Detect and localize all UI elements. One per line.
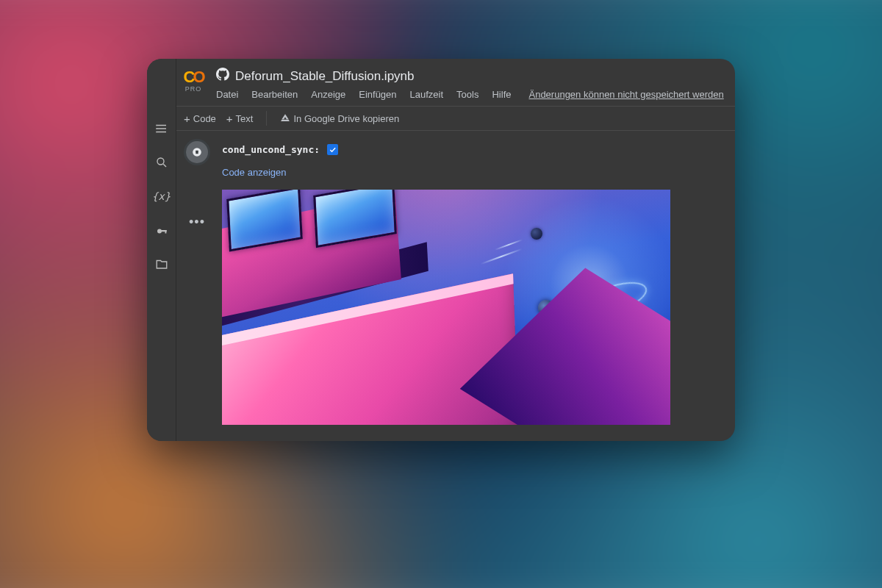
cell: ••• cond_uncond_sync: Code anzeigen — [182, 140, 723, 425]
save-warning[interactable]: Änderungen können nicht gespeichert werd… — [528, 89, 723, 100]
main-area: CO PRO Deforum_Stable_Diffusion.ipynb Da… — [176, 59, 735, 441]
copy-to-drive-button[interactable]: In Google Drive kopieren — [280, 113, 399, 124]
menubar: Datei Bearbeiten Anzeige Einfügen Laufze… — [215, 87, 725, 106]
cell-body: cond_uncond_sync: Code anzeigen — [222, 140, 723, 425]
colab-window: {x} CO PRO Deforum_Stable_Diffusion.ipyn… — [147, 59, 735, 441]
notebook-title[interactable]: Deforum_Stable_Diffusion.ipynb — [235, 69, 415, 84]
menu-runtime[interactable]: Laufzeit — [410, 89, 444, 100]
svg-point-3 — [156, 125, 157, 126]
show-code-link[interactable]: Code anzeigen — [222, 167, 286, 190]
add-code-button[interactable]: + Code — [184, 113, 216, 124]
search-icon[interactable] — [154, 155, 169, 170]
cell-more-icon[interactable]: ••• — [189, 215, 205, 230]
cell-output-image — [222, 190, 670, 425]
toc-icon[interactable] — [154, 121, 169, 136]
form-param-row: cond_uncond_sync: — [222, 140, 723, 165]
svg-line-7 — [163, 164, 166, 167]
check-icon — [329, 146, 337, 154]
svg-point-6 — [157, 158, 164, 165]
param-checkbox[interactable] — [327, 144, 338, 155]
drive-icon — [280, 113, 290, 123]
svg-point-5 — [156, 132, 157, 132]
header: CO PRO Deforum_Stable_Diffusion.ipynb Da… — [176, 59, 735, 106]
colab-logo[interactable]: CO PRO — [179, 66, 207, 93]
notebook-content: ••• cond_uncond_sync: Code anzeigen — [176, 131, 735, 441]
menu-file[interactable]: Datei — [216, 89, 238, 100]
secrets-key-icon[interactable] — [154, 223, 169, 237]
plus-icon: + — [184, 113, 190, 124]
files-icon[interactable] — [154, 257, 169, 271]
add-text-button[interactable]: + Text — [226, 113, 254, 124]
toolbar: + Code + Text In Google Drive kopieren — [176, 106, 735, 131]
cell-gutter: ••• — [182, 140, 212, 425]
add-code-label: Code — [193, 113, 216, 124]
svg-rect-10 — [165, 230, 166, 234]
svg-point-4 — [156, 129, 157, 129]
svg-rect-12 — [196, 151, 198, 154]
add-text-label: Text — [236, 113, 254, 124]
menu-view[interactable]: Anzeige — [311, 89, 345, 100]
github-icon — [216, 68, 229, 85]
left-rail: {x} — [147, 59, 176, 441]
variables-icon[interactable]: {x} — [154, 189, 169, 204]
run-cell-button[interactable] — [186, 141, 208, 163]
param-label: cond_uncond_sync: — [222, 144, 320, 155]
toolbar-separator — [266, 111, 267, 126]
menu-insert[interactable]: Einfügen — [359, 89, 396, 100]
menu-help[interactable]: Hilfe — [492, 89, 511, 100]
pro-badge: PRO — [185, 85, 202, 93]
menu-edit[interactable]: Bearbeiten — [251, 89, 298, 100]
menu-tools[interactable]: Tools — [456, 89, 478, 100]
copy-to-drive-label: In Google Drive kopieren — [293, 113, 399, 124]
plus-icon: + — [226, 113, 233, 124]
